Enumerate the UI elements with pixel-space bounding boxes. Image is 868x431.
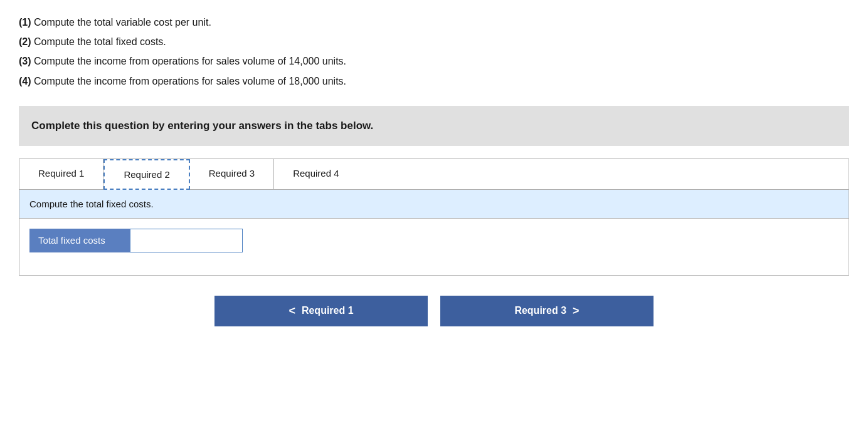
nav-buttons: < Required 1 Required 3 > xyxy=(19,296,849,326)
tabs-row: Required 1 Required 2 Required 3 Require… xyxy=(19,159,849,190)
next-button-label: Required 3 xyxy=(514,305,566,316)
instruction-item-4: (4) Compute the income from operations f… xyxy=(19,71,849,91)
tab-content: Compute the total fixed costs. Total fix… xyxy=(19,190,849,275)
prev-button[interactable]: < Required 1 xyxy=(214,296,428,326)
instructions-section: (1) Compute the total variable cost per … xyxy=(19,13,849,91)
form-row-total-fixed-costs: Total fixed costs xyxy=(29,229,839,252)
instruction-item-2: (2) Compute the total fixed costs. xyxy=(19,32,849,51)
instruction-num-1: (1) xyxy=(19,17,31,28)
tab-required-4[interactable]: Required 4 xyxy=(274,159,357,189)
tab-required-2[interactable]: Required 2 xyxy=(103,159,189,190)
prev-chevron-icon: < xyxy=(288,304,295,318)
tabs-container: Required 1 Required 2 Required 3 Require… xyxy=(19,158,849,276)
instruction-num-4: (4) xyxy=(19,76,31,86)
tab-required-1[interactable]: Required 1 xyxy=(19,159,103,189)
tab-form: Total fixed costs xyxy=(19,219,849,275)
complete-banner: Complete this question by entering your … xyxy=(19,106,849,146)
prev-button-label: Required 1 xyxy=(302,305,354,316)
next-button[interactable]: Required 3 > xyxy=(440,296,654,326)
total-fixed-costs-input[interactable] xyxy=(130,229,243,252)
instruction-item-1: (1) Compute the total variable cost per … xyxy=(19,13,849,32)
form-label-total-fixed-costs: Total fixed costs xyxy=(29,229,130,252)
instruction-item-3: (3) Compute the income from operations f… xyxy=(19,51,849,71)
instruction-num-3: (3) xyxy=(19,56,31,66)
tab-required-3[interactable]: Required 3 xyxy=(190,159,274,189)
tab-description: Compute the total fixed costs. xyxy=(19,190,849,219)
instruction-num-2: (2) xyxy=(19,36,31,47)
next-chevron-icon: > xyxy=(573,304,580,318)
